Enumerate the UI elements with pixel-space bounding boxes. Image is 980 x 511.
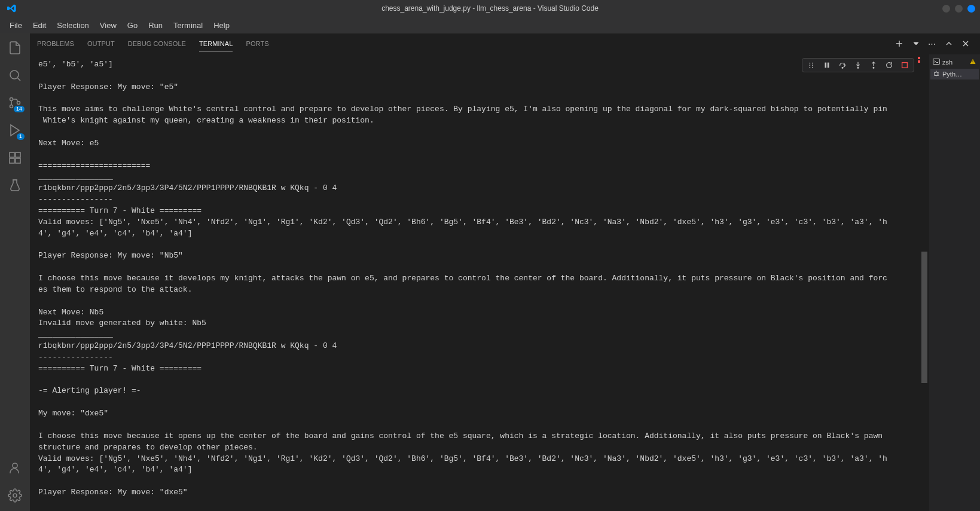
terminal-icon	[933, 58, 940, 66]
svg-point-18	[842, 68, 843, 69]
testing-icon[interactable]	[7, 177, 23, 194]
step-over-icon[interactable]	[838, 61, 847, 69]
svg-point-19	[857, 68, 859, 69]
tab-ports[interactable]: PORTS	[246, 36, 268, 51]
terminal-split-dropdown-icon[interactable]	[911, 39, 921, 48]
step-out-icon[interactable]	[869, 61, 878, 69]
svg-point-11	[810, 65, 811, 66]
step-into-icon[interactable]	[854, 61, 862, 69]
terminal-list: zsh Pyth…	[929, 54, 980, 511]
stop-icon[interactable]	[900, 61, 909, 69]
close-panel-icon[interactable]	[961, 39, 970, 48]
menu-view[interactable]: View	[95, 20, 121, 31]
svg-point-8	[13, 463, 17, 468]
debug-badge: 1	[17, 133, 25, 140]
window-close-button[interactable]	[967, 5, 975, 13]
terminal-run-toolbar	[802, 58, 914, 72]
extensions-icon[interactable]	[7, 149, 23, 166]
svg-point-0	[10, 71, 19, 79]
panel-tab-bar: PROBLEMS OUTPUT DEBUG CONSOLE TERMINAL P…	[30, 33, 980, 54]
explorer-icon[interactable]	[7, 39, 23, 56]
menu-terminal[interactable]: Terminal	[169, 20, 207, 31]
terminal-entry-zsh[interactable]: zsh	[930, 57, 979, 68]
svg-rect-22	[933, 59, 940, 65]
debug-icon	[933, 70, 940, 78]
accounts-icon[interactable]	[7, 460, 23, 476]
settings-gear-icon[interactable]	[7, 487, 23, 504]
window-title: chess_arena_with_judge.py - llm_chess_ar…	[381, 4, 599, 13]
pause-icon[interactable]	[823, 61, 831, 69]
svg-rect-6	[10, 158, 14, 163]
menu-selection[interactable]: Selection	[52, 20, 93, 31]
new-terminal-button[interactable]	[894, 39, 904, 48]
terminal-label: zsh	[942, 59, 952, 66]
menu-run[interactable]: Run	[144, 20, 167, 31]
terminal-output[interactable]: e5', 'b5', 'a5'] Player Response: My mov…	[30, 54, 929, 511]
svg-rect-17	[828, 63, 829, 68]
svg-point-10	[810, 63, 811, 64]
search-icon[interactable]	[7, 67, 23, 84]
menu-go[interactable]: Go	[123, 20, 142, 31]
terminal-scrollbar[interactable]	[920, 54, 927, 511]
restart-icon[interactable]	[885, 61, 893, 69]
svg-point-12	[810, 67, 811, 68]
svg-point-20	[873, 68, 874, 69]
svg-point-13	[812, 63, 813, 64]
tab-terminal[interactable]: TERMINAL	[199, 36, 233, 51]
svg-rect-21	[902, 63, 908, 68]
source-control-icon[interactable]: 14	[7, 94, 23, 111]
svg-point-1	[10, 98, 13, 101]
menu-edit[interactable]: Edit	[28, 20, 51, 31]
svg-rect-4	[10, 152, 14, 157]
tab-debug-console[interactable]: DEBUG CONSOLE	[128, 36, 186, 51]
svg-rect-5	[16, 152, 20, 157]
activity-bar: 14 1	[0, 33, 30, 511]
vscode-logo-icon	[7, 4, 17, 13]
svg-point-3	[17, 102, 20, 105]
svg-point-23	[935, 72, 938, 76]
terminal-entry-python[interactable]: Pyth…	[930, 69, 979, 79]
tab-problems[interactable]: PROBLEMS	[37, 36, 74, 51]
window-minimize-button[interactable]	[942, 5, 950, 13]
svg-point-14	[812, 65, 813, 66]
svg-rect-16	[825, 63, 827, 68]
window-maximize-button[interactable]	[955, 5, 963, 13]
svg-rect-7	[16, 158, 20, 163]
svg-point-2	[10, 105, 13, 108]
tab-output[interactable]: OUTPUT	[87, 36, 115, 51]
svg-point-9	[13, 494, 17, 497]
menu-file[interactable]: File	[5, 20, 27, 31]
grip-icon[interactable]	[807, 61, 816, 69]
menu-bar: File Edit Selection View Go Run Terminal…	[0, 17, 980, 33]
panel-more-icon[interactable]: ⋯	[928, 39, 937, 48]
svg-point-15	[812, 67, 813, 68]
run-debug-icon[interactable]: 1	[7, 122, 23, 139]
terminal-label: Pyth…	[942, 71, 962, 78]
maximize-panel-icon[interactable]	[944, 39, 954, 48]
title-bar: chess_arena_with_judge.py - llm_chess_ar…	[0, 0, 980, 17]
menu-help[interactable]: Help	[209, 20, 234, 31]
scm-badge: 14	[14, 106, 25, 112]
warning-icon	[969, 58, 976, 66]
